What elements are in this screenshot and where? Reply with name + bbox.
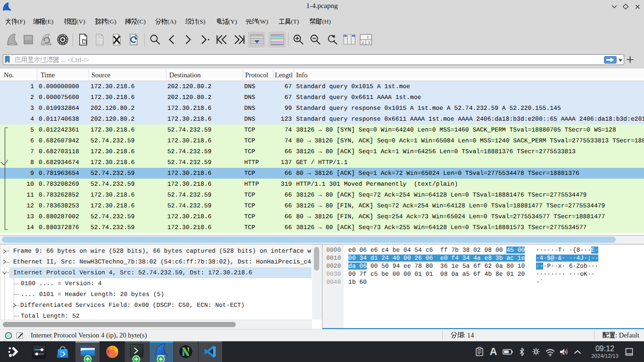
svg-text:0111: 0111 <box>97 42 104 45</box>
svg-text:2: 2 <box>362 41 364 45</box>
svg-text:3: 3 <box>368 41 370 45</box>
svg-text:1: 1 <box>367 35 369 40</box>
